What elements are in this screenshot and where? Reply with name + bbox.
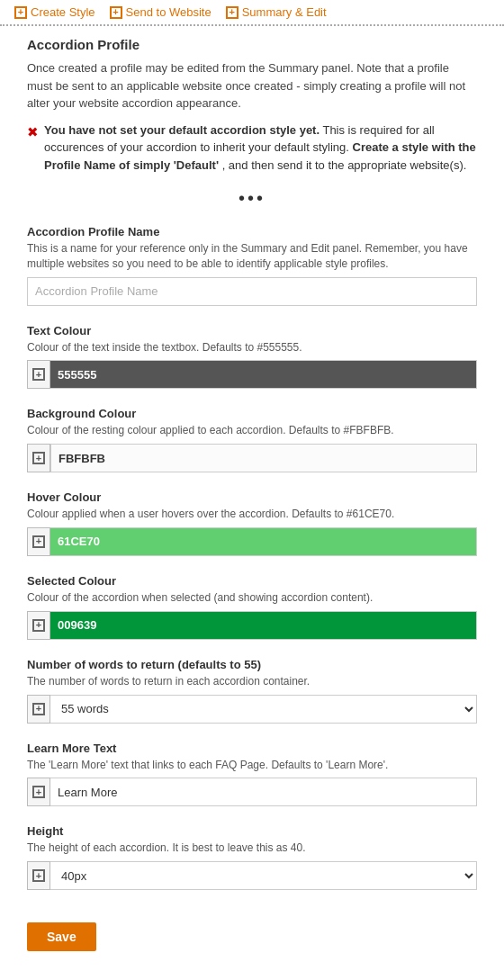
field-label-words: Number of words to return (defaults to 5… [27, 658, 477, 671]
field-group-selected-colour: Selected Colour Colour of the accordion … [27, 574, 477, 640]
expand-icon-bg-colour: + [32, 452, 45, 464]
send-to-website-icon: + [110, 6, 122, 19]
field-desc-learn-more: The 'Learn More' text that links to each… [27, 758, 477, 773]
expand-icon-words: + [32, 703, 45, 715]
expand-btn-height[interactable]: + [27, 861, 50, 890]
save-button[interactable]: Save [27, 922, 96, 951]
field-desc-hover-colour: Colour applied when a user hovers over t… [27, 507, 477, 522]
input-row-profile-name [27, 277, 477, 306]
field-desc-words: The number of words to return in each ac… [27, 674, 477, 689]
page-title: Accordion Profile [27, 37, 477, 52]
height-select[interactable]: 40px 35px 45px 50px [50, 861, 477, 890]
hover-colour-display: 61CE70 [50, 527, 477, 556]
expand-icon-hover-colour: + [32, 535, 45, 548]
input-row-words: + 55 words 25 words 75 words 100 words [27, 695, 477, 724]
expand-btn-words[interactable]: + [27, 695, 50, 724]
text-colour-value: 555555 [58, 368, 96, 382]
create-style-link[interactable]: + Create Style [14, 5, 95, 19]
field-label-text-colour: Text Colour [27, 324, 477, 337]
learn-more-input[interactable] [50, 778, 477, 806]
selected-colour-display: 009639 [50, 611, 477, 640]
field-group-text-colour: Text Colour Colour of the text inside th… [27, 324, 477, 390]
expand-btn-learn-more[interactable]: + [27, 778, 50, 806]
field-group-profile-name: Accordion Profile Name This is a name fo… [27, 225, 477, 306]
field-desc-profile-name: This is a name for your reference only i… [27, 241, 477, 272]
field-label-bg-colour: Background Colour [27, 407, 477, 420]
input-row-bg-colour: + FBFBFB [27, 444, 477, 472]
bg-colour-display: FBFBFB [50, 444, 477, 472]
expand-icon-height: + [32, 869, 45, 882]
warning-icon: ✖ [27, 122, 39, 143]
field-desc-text-colour: Colour of the text inside the textbox. D… [27, 340, 477, 355]
send-to-website-link[interactable]: + Send to Website [110, 5, 212, 19]
field-label-profile-name: Accordion Profile Name [27, 225, 477, 238]
page-description: Once created a profile may be edited fro… [27, 59, 477, 112]
input-row-hover-colour: + 61CE70 [27, 527, 477, 556]
field-label-height: Height [27, 824, 477, 838]
words-select[interactable]: 55 words 25 words 75 words 100 words [50, 695, 477, 724]
create-style-icon: + [14, 6, 27, 19]
expand-btn-hover-colour[interactable]: + [27, 527, 50, 556]
field-group-bg-colour: Background Colour Colour of the resting … [27, 407, 477, 472]
text-colour-display: 555555 [50, 360, 477, 389]
send-to-website-label: Send to Website [126, 5, 212, 19]
input-row-text-colour: + 555555 [27, 360, 477, 389]
field-group-words: Number of words to return (defaults to 5… [27, 658, 477, 724]
field-label-selected-colour: Selected Colour [27, 574, 477, 588]
profile-name-input[interactable] [27, 277, 477, 306]
bg-colour-value: FBFBFB [58, 452, 105, 465]
expand-btn-selected-colour[interactable]: + [27, 611, 50, 640]
summary-edit-link[interactable]: + Summary & Edit [226, 5, 327, 19]
expand-icon-selected-colour: + [32, 619, 45, 632]
expand-btn-bg-colour[interactable]: + [27, 444, 50, 472]
warning-text: You have not set your default accordion … [44, 121, 477, 175]
selected-colour-value: 009639 [58, 618, 96, 632]
expand-icon-text-colour: + [32, 368, 45, 381]
summary-edit-label: Summary & Edit [242, 5, 327, 19]
section-divider: ••• [27, 188, 477, 209]
field-label-learn-more: Learn More Text [27, 742, 477, 755]
field-group-hover-colour: Hover Colour Colour applied when a user … [27, 490, 477, 556]
input-row-height: + 40px 35px 45px 50px [27, 861, 477, 890]
input-row-selected-colour: + 009639 [27, 611, 477, 640]
expand-icon-learn-more: + [32, 786, 45, 798]
hover-colour-value: 61CE70 [58, 535, 100, 548]
create-style-label: Create Style [31, 5, 95, 19]
input-row-learn-more: + [27, 778, 477, 806]
expand-btn-text-colour[interactable]: + [27, 360, 50, 389]
field-group-height: Height The height of each accordion. It … [27, 824, 477, 890]
top-nav: + Create Style + Send to Website + Summa… [0, 0, 504, 26]
field-label-hover-colour: Hover Colour [27, 490, 477, 504]
field-desc-bg-colour: Colour of the resting colour applied to … [27, 423, 477, 438]
summary-edit-icon: + [226, 6, 238, 19]
field-desc-selected-colour: Colour of the accordion when selected (a… [27, 590, 477, 606]
field-group-learn-more: Learn More Text The 'Learn More' text th… [27, 742, 477, 807]
main-content: Accordion Profile Once created a profile… [0, 26, 504, 978]
warning-box: ✖ You have not set your default accordio… [27, 121, 477, 175]
field-desc-height: The height of each accordion. It is best… [27, 841, 477, 856]
